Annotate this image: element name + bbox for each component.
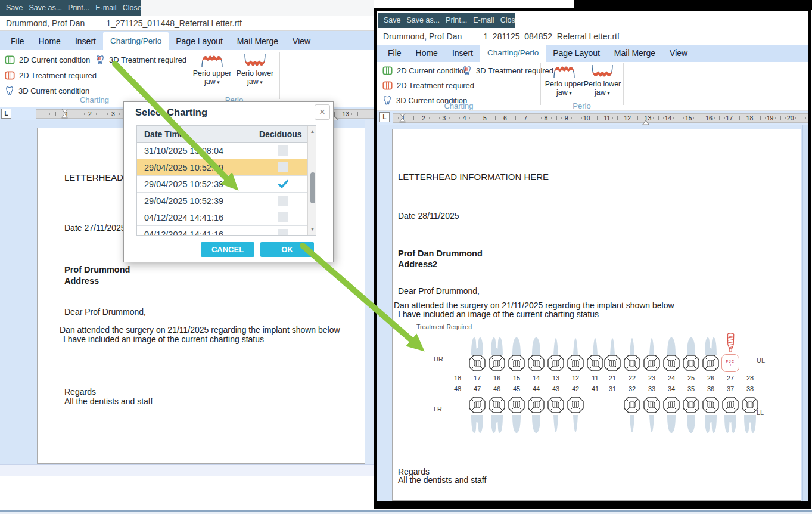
cell-date-time: 04/12/2024 14:41:16 — [137, 226, 259, 236]
table-row[interactable]: 31/10/2025 15:08:04 — [137, 143, 307, 159]
table-row[interactable]: 29/04/2025 10:52:39 — [137, 176, 307, 193]
column-header-date-time: Date Time — [137, 126, 259, 142]
charting-table-content: Date TimeDeciduous31/10/2025 15:08:0429/… — [137, 126, 307, 235]
cell-deciduous — [259, 209, 307, 225]
ok-button[interactable]: OK — [260, 242, 314, 257]
table-row[interactable]: 04/12/2024 14:41:16 — [137, 209, 307, 226]
cell-deciduous — [259, 193, 307, 209]
deciduous-checkbox[interactable] — [278, 162, 288, 172]
cell-deciduous — [259, 159, 307, 175]
cell-date-time: 04/12/2024 14:41:16 — [137, 209, 259, 225]
deciduous-checkbox[interactable] — [278, 196, 288, 206]
scroll-down-arrow[interactable]: ▼ — [308, 227, 316, 232]
dialog-close-button[interactable]: × — [315, 104, 330, 120]
cancel-button[interactable]: CANCEL — [201, 242, 254, 257]
screenshot-canvas: SaveSave as...Print...E-mailCloseDrummon… — [0, 0, 812, 514]
dialog-title: Select Charting — [135, 107, 266, 120]
scroll-up-arrow[interactable]: ▲ — [308, 129, 316, 134]
table-scrollbar[interactable]: ▲▼ — [307, 126, 316, 235]
dialog-layer: Select Charting×Date TimeDeciduous31/10/… — [0, 0, 812, 514]
cell-date-time: 29/04/2025 10:52:39 — [137, 193, 259, 209]
deciduous-checkbox[interactable] — [278, 229, 288, 236]
cell-date-time: 29/04/2025 10:52:39 — [137, 176, 259, 192]
charting-table: Date TimeDeciduous31/10/2025 15:08:0429/… — [136, 125, 316, 236]
checkmark-icon[interactable] — [278, 179, 289, 188]
table-row-selected[interactable]: 29/04/2025 10:52:39 — [137, 159, 307, 176]
cell-deciduous — [259, 176, 307, 192]
scrollbar-thumb[interactable] — [310, 172, 315, 203]
deciduous-checkbox[interactable] — [278, 212, 288, 222]
cell-date-time: 31/10/2025 15:08:04 — [137, 143, 259, 159]
table-row[interactable]: 04/12/2024 14:41:16 — [137, 226, 307, 236]
deciduous-checkbox[interactable] — [278, 145, 288, 156]
column-header-deciduous: Deciduous — [259, 126, 307, 142]
cell-date-time: 29/04/2025 10:52:39 — [137, 159, 259, 175]
cell-deciduous — [259, 143, 307, 159]
table-header-row: Date TimeDeciduous — [137, 126, 307, 143]
cell-deciduous — [259, 226, 307, 236]
table-row[interactable]: 29/04/2025 10:52:39 — [137, 193, 307, 209]
